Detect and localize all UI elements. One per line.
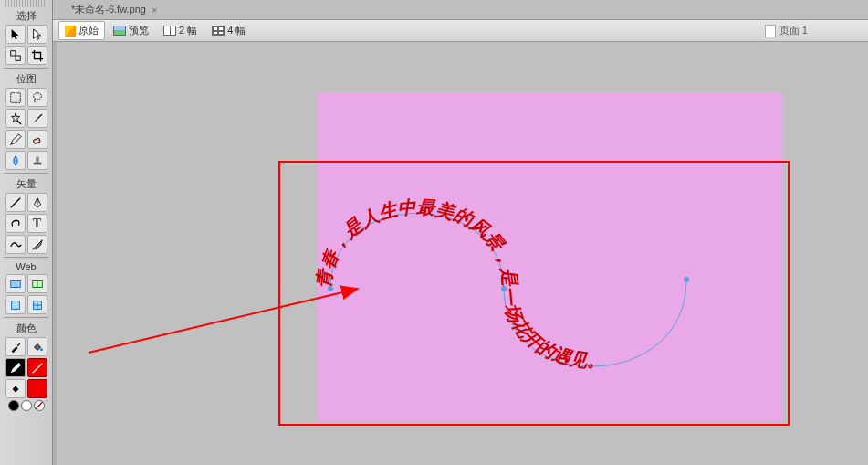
swap-colors-icon[interactable] xyxy=(21,400,32,411)
default-colors-icon[interactable] xyxy=(8,400,19,411)
path-anchor-end[interactable] xyxy=(684,277,689,282)
svg-line-8 xyxy=(10,197,20,207)
page-icon xyxy=(765,25,776,37)
slice-tool[interactable] xyxy=(27,274,47,293)
brush-tool[interactable] xyxy=(27,109,47,128)
stroke-color-swatch[interactable] xyxy=(5,358,26,377)
preview-icon xyxy=(113,26,126,36)
split2-icon xyxy=(163,26,176,36)
view-preview-button[interactable]: 预览 xyxy=(107,21,155,40)
bucket-tool[interactable] xyxy=(27,337,47,356)
view-original-label: 原始 xyxy=(78,24,99,37)
hide-slice-tool[interactable] xyxy=(5,295,26,314)
view-mode-bar: 原始 预览 2 幅 4 幅 页面 1 xyxy=(53,20,868,42)
svg-point-16 xyxy=(40,348,43,351)
svg-rect-5 xyxy=(33,138,40,144)
pointer-tool[interactable] xyxy=(5,25,26,44)
section-label-vector: 矢量 xyxy=(0,175,52,192)
pen-tool[interactable] xyxy=(27,193,47,212)
nofill-icon[interactable] xyxy=(34,400,45,411)
marquee-tool[interactable] xyxy=(5,88,26,107)
svg-rect-9 xyxy=(10,280,20,287)
svg-rect-0 xyxy=(10,50,15,55)
svg-text:青春，是人生中最美的风景，是一场花开的遇见。: 青春，是人生中最美的风景，是一场花开的遇见。 xyxy=(314,196,606,370)
stamp-tool[interactable] xyxy=(27,151,47,170)
pencil-tool[interactable] xyxy=(5,130,26,149)
svg-rect-2 xyxy=(10,92,20,102)
panel-grip[interactable] xyxy=(5,0,47,7)
pencil-icon xyxy=(65,26,76,37)
section-label-bitmap: 位图 xyxy=(0,70,52,87)
svg-rect-1 xyxy=(16,56,20,60)
page-label-text: 页面 1 xyxy=(779,24,808,37)
scale-tool[interactable] xyxy=(5,46,26,65)
freeform-tool[interactable] xyxy=(5,235,26,254)
eraser-tool[interactable] xyxy=(27,130,47,149)
view-2up-label: 2 幅 xyxy=(179,24,197,37)
text-on-path-object[interactable]: 青春，是人生中最美的风景，是一场花开的遇见。 xyxy=(294,179,750,417)
svg-point-3 xyxy=(33,92,41,99)
svg-rect-7 xyxy=(36,156,39,162)
section-label-select: 选择 xyxy=(0,7,52,24)
split4-icon xyxy=(212,26,225,36)
curved-text[interactable]: 青春，是人生中最美的风景，是一场花开的遇见。 xyxy=(314,196,606,370)
hotspot-tool[interactable] xyxy=(5,274,26,293)
fill-swatch-2[interactable] xyxy=(27,379,47,398)
wand-tool[interactable] xyxy=(5,109,26,128)
view-4up-label: 4 幅 xyxy=(227,24,246,37)
knife-tool[interactable] xyxy=(27,235,47,254)
fill-color-swatch[interactable] xyxy=(27,358,47,377)
document-tab-bar: *未命名-6.fw.png × xyxy=(53,0,868,20)
view-original-button[interactable]: 原始 xyxy=(58,21,105,40)
canvas-area[interactable]: 青春，是人生中最美的风景，是一场花开的遇见。 xyxy=(53,42,868,465)
blur-tool[interactable] xyxy=(5,151,26,170)
document-tab[interactable]: *未命名-6.fw.png × xyxy=(64,1,164,18)
eyedropper-tool[interactable] xyxy=(5,337,26,356)
svg-rect-6 xyxy=(33,162,41,164)
section-label-color: 颜色 xyxy=(0,320,52,336)
page-indicator[interactable]: 页面 1 xyxy=(765,24,863,37)
section-label-web: Web xyxy=(0,259,52,273)
svg-line-17 xyxy=(32,363,42,373)
close-icon[interactable]: × xyxy=(152,5,157,16)
subselect-tool[interactable] xyxy=(27,25,47,44)
line-tool[interactable] xyxy=(5,193,26,212)
view-2up-button[interactable]: 2 幅 xyxy=(157,21,204,40)
shape-tool[interactable] xyxy=(5,214,26,233)
crop-tool[interactable] xyxy=(27,46,47,65)
view-4up-button[interactable]: 4 幅 xyxy=(205,21,252,40)
svg-line-4 xyxy=(16,120,20,123)
tools-panel: 选择 位图 矢量 T Web xyxy=(0,0,53,465)
text-tool[interactable]: T xyxy=(27,214,47,233)
view-preview-label: 预览 xyxy=(129,24,149,37)
lasso-tool[interactable] xyxy=(27,88,47,107)
document-tab-title: *未命名-6.fw.png xyxy=(71,3,146,16)
show-slice-tool[interactable] xyxy=(27,295,47,314)
paint-bucket-swatch[interactable] xyxy=(5,379,26,398)
svg-rect-12 xyxy=(11,301,19,309)
